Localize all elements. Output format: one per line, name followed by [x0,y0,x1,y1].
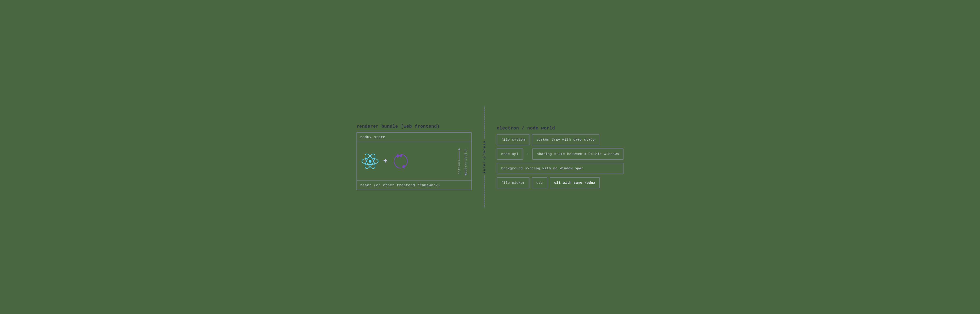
file-system-box: file system [497,134,530,145]
svg-point-0 [369,159,371,163]
arrows-container: actions subscription [458,148,467,174]
actions-shaft [459,150,460,159]
subscription-label: subscription [464,148,467,174]
left-section-title: renderer bundle (web frontend) [356,124,472,129]
left-section: renderer bundle (web frontend) redux sto… [348,120,480,194]
redux-icon [392,152,410,171]
redux-store-label: redux store [357,133,471,142]
system-tray-box: system tray with same state [532,134,599,145]
sharing-state-box: sharing state between multiple windows [532,148,624,159]
node-row-1: file system system tray with same state [497,134,624,145]
actions-arrowhead [458,148,460,150]
icons-and-arrows-area: + actions [357,142,471,180]
actions-label: actions [458,159,461,174]
react-icon [361,152,379,171]
dot-separator: · [525,148,530,159]
node-row-3: background syncing with no window open [497,163,624,174]
background-syncing-box: background syncing with no window open [497,163,624,174]
node-row-2: node api · sharing state between multipl… [497,148,624,159]
renderer-box: redux store + [356,132,472,190]
node-api-box: node api [497,148,523,159]
node-row-4: file picker etc cli with same redux [497,177,624,188]
etc-box: etc [532,177,547,188]
node-boxes: file system system tray with same state … [497,134,624,188]
subscription-arrowhead [465,174,467,175]
icons-area: + [361,152,458,171]
right-section: electron / node world file system system… [488,122,632,193]
divider-label: inter-process [483,139,486,175]
diagram-container: renderer bundle (web frontend) redux sto… [348,107,632,207]
file-picker-box: file picker [497,177,530,188]
svg-point-4 [399,155,402,157]
divider: inter-process [484,107,485,207]
right-section-title: electron / node world [497,126,624,131]
cli-redux-box: cli with same redux [550,177,600,188]
plus-sign: + [383,157,388,165]
react-label: react (or other frontend framework) [357,180,471,190]
